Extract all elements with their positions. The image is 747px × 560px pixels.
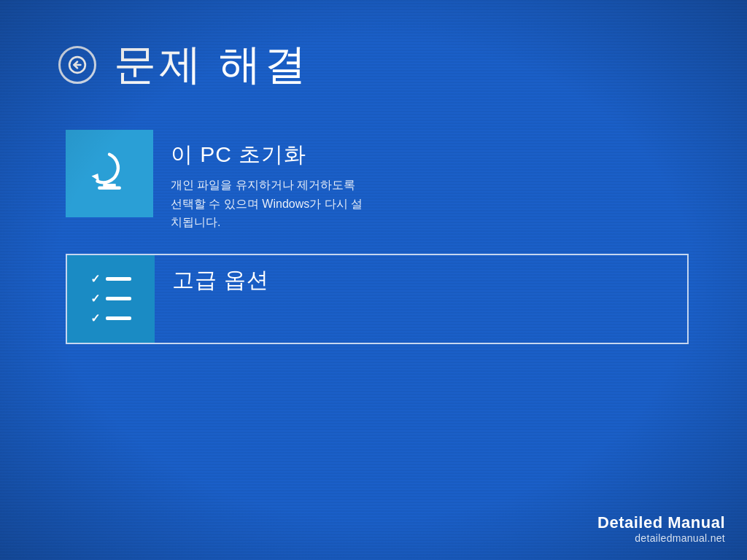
watermark-url: detailedmanual.net	[597, 532, 725, 544]
troubleshoot-screen: 문제 해결 이 PC 초기화 개인 파일을 유지하거나 제거하도록선택할 수 있…	[0, 0, 747, 560]
check-line-2: ✓	[90, 292, 131, 306]
advanced-options-icon-box: ✓ ✓ ✓	[67, 255, 155, 343]
header: 문제 해결	[58, 36, 689, 93]
checklist-icon: ✓ ✓ ✓	[90, 272, 131, 325]
check-bar-3	[106, 316, 131, 320]
check-mark-2: ✓	[90, 292, 100, 306]
reset-pc-title: 이 PC 초기화	[171, 140, 671, 170]
options-container: 이 PC 초기화 개인 파일을 유지하거나 제거하도록선택할 수 있으며 Win…	[66, 130, 689, 344]
check-line-1: ✓	[90, 272, 131, 286]
reset-pc-icon-box	[66, 130, 153, 217]
check-bar-1	[106, 277, 131, 281]
svg-marker-2	[92, 174, 100, 182]
svg-rect-4	[103, 184, 116, 187]
check-mark-3: ✓	[90, 311, 100, 325]
advanced-options-content: 고급 옵션	[155, 255, 687, 311]
page-title: 문제 해결	[114, 36, 309, 93]
reset-pc-description: 개인 파일을 유지하거나 제거하도록선택할 수 있으며 Windows가 다시 …	[171, 176, 671, 232]
watermark-title: Detailed Manual	[597, 513, 725, 532]
reset-pc-option[interactable]: 이 PC 초기화 개인 파일을 유지하거나 제거하도록선택할 수 있으며 Win…	[66, 130, 689, 242]
check-bar-2	[106, 297, 131, 300]
advanced-options-option[interactable]: ✓ ✓ ✓ 고급 옵션	[66, 254, 689, 344]
check-mark-1: ✓	[90, 272, 100, 286]
refresh-computer-icon	[84, 148, 135, 199]
watermark: Detailed Manual detailedmanual.net	[597, 513, 725, 544]
reset-pc-content: 이 PC 초기화 개인 파일을 유지하거나 제거하도록선택할 수 있으며 Win…	[153, 130, 689, 242]
advanced-options-title: 고급 옵션	[172, 265, 670, 295]
check-line-3: ✓	[90, 311, 131, 325]
back-button[interactable]	[58, 46, 96, 84]
